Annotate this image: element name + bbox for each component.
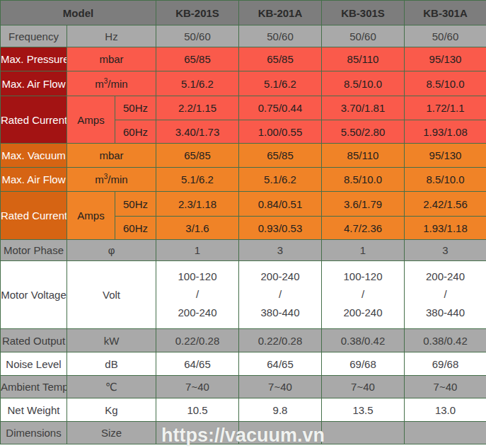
unit-cell: Volt [67, 261, 156, 329]
row-label: Max. Air Flow [1, 71, 67, 96]
value-cell: 3/1.6 [156, 217, 239, 240]
unit-cell: ℃ [67, 376, 156, 398]
value-cell: 0.38/0.42 [405, 329, 486, 352]
dimensions-value-cell [405, 422, 486, 444]
voltage-line: 200-240 [343, 307, 382, 319]
value-cell: 3.6/1.79 [322, 192, 405, 217]
value-cell: 3.40/1.73 [156, 120, 239, 144]
dimensions-value-cell [239, 422, 322, 444]
value-cell: 4.7/2.36 [322, 217, 405, 240]
value-cell: 9.8 [239, 398, 322, 422]
unit-cell: Size [67, 422, 156, 444]
model-column-kb201s: KB-201S [156, 1, 239, 25]
value-cell: 50/60 [239, 25, 322, 47]
row-label: Noise Level [1, 352, 67, 376]
voltage-line: 100-120 [343, 271, 382, 283]
model-header-cell: Model [1, 1, 156, 25]
value-cell: 13.5 [322, 398, 405, 422]
value-cell: 2.3/1.18 [156, 192, 239, 217]
value-cell: 1.93/1.08 [405, 120, 486, 144]
model-column-kb201a: KB-201A [239, 1, 322, 25]
row-label: Rated Current [1, 96, 67, 144]
value-cell: 5.1/6.2 [239, 71, 322, 96]
value-cell: 50/60 [156, 25, 239, 47]
value-cell: 7~40 [239, 376, 322, 398]
row-net-weight: Net Weight Kg 10.5 9.8 13.5 13.0 [1, 398, 486, 422]
value-cell: 5.1/6.2 [156, 71, 239, 96]
value-cell: 65/85 [156, 144, 239, 168]
header-row: Model KB-201S KB-201A KB-301S KB-301A [1, 1, 486, 25]
value-cell: 95/130 [405, 144, 486, 168]
sub-row-label-60hz: 60Hz [115, 217, 156, 240]
value-cell: 8.5/10.0 [322, 168, 405, 192]
value-cell: 13.0 [405, 398, 486, 422]
voltage-line: 100-120 [178, 271, 216, 283]
row-motor-voltage: Motor Voltage Volt 100-120/200-240 200-2… [1, 261, 486, 329]
unit-text: /min [108, 78, 127, 90]
sub-row-label-50hz: 50Hz [115, 96, 156, 120]
value-cell: 85/110 [322, 47, 405, 71]
model-column-kb301s: KB-301S [322, 1, 405, 25]
unit-cell: m3/min [67, 71, 156, 96]
value-cell: 64/65 [156, 352, 239, 376]
value-cell: 7~40 [405, 376, 486, 398]
row-motor-phase: Motor Phase φ 1 3 1 3 [1, 240, 486, 261]
row-label: Max. Pressure [1, 47, 67, 71]
value-cell: 5.1/6.2 [239, 168, 322, 192]
value-cell: 65/85 [156, 47, 239, 71]
unit-cell: mbar [67, 47, 156, 71]
voltage-line: 200-240 [260, 271, 299, 283]
value-cell: 1 [322, 240, 405, 261]
voltage-line: 380-440 [260, 307, 299, 319]
unit-cell: m3/min [67, 168, 156, 192]
value-cell: 1 [156, 240, 239, 261]
dimensions-value-cell [156, 422, 239, 444]
value-cell: 2.42/1.56 [405, 192, 486, 217]
unit-cell: φ [67, 240, 156, 261]
row-label: Net Weight [1, 398, 67, 422]
value-cell: 200-240/380-440 [405, 261, 486, 329]
value-cell: 0.22/0.28 [156, 329, 239, 352]
value-cell: 100-120/200-240 [322, 261, 405, 329]
row-noise-level: Noise Level dB 64/65 64/65 69/68 69/68 [1, 352, 486, 376]
row-label: Max. Air Flow [1, 168, 67, 192]
value-cell: 1.72/1.1 [405, 96, 486, 120]
row-label: Rated Output [1, 329, 67, 352]
row-rated-current-vacuum-50hz: Rated Current Amps 50Hz 2.3/1.18 0.84/0.… [1, 192, 486, 217]
voltage-separator: / [444, 289, 446, 301]
unit-cell: Amps [67, 192, 115, 240]
unit-cell: kW [67, 329, 156, 352]
row-label: Max. Vacuum [1, 144, 67, 168]
value-cell: 8.5/10.0 [322, 71, 405, 96]
unit-text: m [95, 173, 104, 185]
value-cell: 100-120/200-240 [156, 261, 239, 329]
value-cell: 65/85 [239, 144, 322, 168]
value-cell: 85/110 [322, 144, 405, 168]
row-ambient-temp: Ambient Temp. ℃ 7~40 7~40 7~40 7~40 [1, 376, 486, 398]
sub-row-label-50hz: 50Hz [115, 192, 156, 217]
unit-cell: dB [67, 352, 156, 376]
value-cell: 3 [239, 240, 322, 261]
value-cell: 64/65 [239, 352, 322, 376]
voltage-separator: / [361, 289, 364, 301]
value-cell: 2.2/1.15 [156, 96, 239, 120]
value-cell: 7~40 [322, 376, 405, 398]
value-cell: 3 [405, 240, 486, 261]
row-label: Motor Voltage [1, 261, 67, 329]
value-cell: 8.5/10.0 [405, 71, 486, 96]
row-label: Dimensions [1, 422, 67, 444]
row-frequency: Frequency Hz 50/60 50/60 50/60 50/60 [1, 25, 486, 47]
unit-cell: mbar [67, 144, 156, 168]
value-cell: 10.5 [156, 398, 239, 422]
voltage-separator: / [279, 289, 282, 301]
unit-cell: Amps [67, 96, 115, 144]
voltage-separator: / [196, 289, 199, 301]
row-label: Rated Current [1, 192, 67, 240]
value-cell: 69/68 [405, 352, 486, 376]
voltage-line: 380-440 [426, 307, 465, 319]
unit-cell: Kg [67, 398, 156, 422]
value-cell: 0.75/0.44 [239, 96, 322, 120]
row-rated-output: Rated Output kW 0.22/0.28 0.22/0.28 0.38… [1, 329, 486, 352]
unit-text: /min [108, 173, 127, 185]
row-max-air-flow-pressure: Max. Air Flow m3/min 5.1/6.2 5.1/6.2 8.5… [1, 71, 486, 96]
